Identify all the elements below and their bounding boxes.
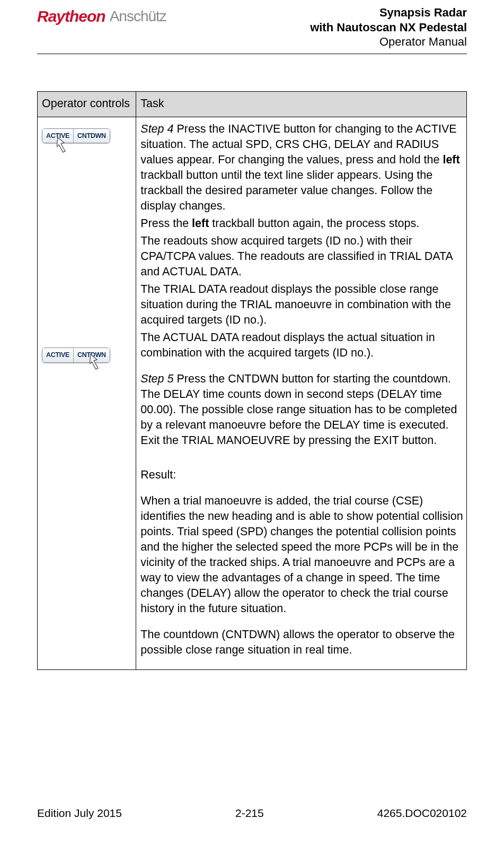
step4-label: Step 4	[140, 123, 173, 135]
page-footer: Edition July 2015 2-215 4265.DOC020102	[37, 807, 467, 820]
footer-edition: Edition July 2015	[37, 807, 122, 820]
table-header-row: Operator controls Task	[38, 91, 467, 117]
step4-text-1: Press the INACTIVE button for changing t…	[140, 123, 456, 166]
active-button[interactable]: ACTIVE	[42, 129, 74, 143]
step4-line2b: trackball button again, the process stop…	[209, 217, 419, 230]
step5-text: Press the CNTDWN button for starting the…	[140, 372, 457, 447]
control-illustration-cntdwn: ACTIVE CNTDWN	[42, 346, 116, 363]
raytheon-logo: Raytheon	[37, 7, 105, 25]
footer-doc-id: 4265.DOC020102	[377, 807, 467, 820]
cntdwn-button[interactable]: CNTDWN	[74, 129, 110, 143]
step4-line3: The readouts show acquired targets (ID n…	[140, 233, 463, 280]
content-area: Operator controls Task ACTIVE CNTDWN	[37, 91, 467, 671]
vertical-spacer	[42, 149, 132, 346]
step4-line2: Press the left trackball button again, t…	[140, 216, 463, 231]
logo-block: Raytheon Anschütz	[37, 7, 166, 25]
control-illustration-active: ACTIVE CNTDWN	[42, 127, 116, 144]
step4-left-bold-1: left	[443, 153, 459, 166]
operator-controls-table: Operator controls Task ACTIVE CNTDWN	[37, 91, 467, 671]
button-group: ACTIVE CNTDWN	[42, 347, 110, 363]
result-paragraph-1: When a trial manoeuvre is added, the tri…	[140, 493, 463, 616]
controls-cell: ACTIVE CNTDWN ACTIVE CNTDWN	[38, 117, 136, 669]
header-divider	[37, 54, 467, 54]
task-cell: Step 4 Press the INACTIVE button for cha…	[136, 117, 467, 669]
step5-paragraph: Step 5 Press the CNTDWN button for start…	[140, 371, 463, 448]
table-row: ACTIVE CNTDWN ACTIVE CNTDWN	[38, 117, 467, 669]
col-header-task: Task	[136, 91, 467, 117]
step4-text-2: trackball button until the text line sli…	[140, 169, 432, 212]
step4-line5: The ACTUAL DATA readout displays the act…	[140, 330, 463, 361]
result-paragraph-2: The countdown (CNTDWN) allows the operat…	[140, 627, 463, 658]
step4-line4: The TRIAL DATA readout displays the poss…	[140, 282, 463, 328]
button-group: ACTIVE CNTDWN	[42, 128, 110, 144]
col-header-controls: Operator controls	[38, 91, 136, 117]
step4-paragraph: Step 4 Press the INACTIVE button for cha…	[140, 121, 463, 214]
anschutz-logo: Anschütz	[110, 8, 166, 25]
document-title: Synapsis Radar with Nautoscan NX Pedesta…	[310, 5, 467, 49]
step4-left-bold-2: left	[192, 217, 209, 230]
step4-line2a: Press the	[140, 217, 192, 230]
page-root: Raytheon Anschütz Synapsis Radar with Na…	[0, 0, 504, 670]
title-line-3: Operator Manual	[310, 34, 467, 49]
footer-page-number: 2-215	[235, 807, 264, 820]
result-label: Result:	[140, 467, 463, 483]
page-header: Raytheon Anschütz Synapsis Radar with Na…	[37, 5, 467, 49]
active-button[interactable]: ACTIVE	[42, 348, 74, 362]
step5-label: Step 5	[140, 372, 173, 385]
title-line-2: with Nautoscan NX Pedestal	[310, 20, 467, 35]
cntdwn-button[interactable]: CNTDWN	[74, 348, 110, 362]
title-line-1: Synapsis Radar	[310, 5, 467, 20]
